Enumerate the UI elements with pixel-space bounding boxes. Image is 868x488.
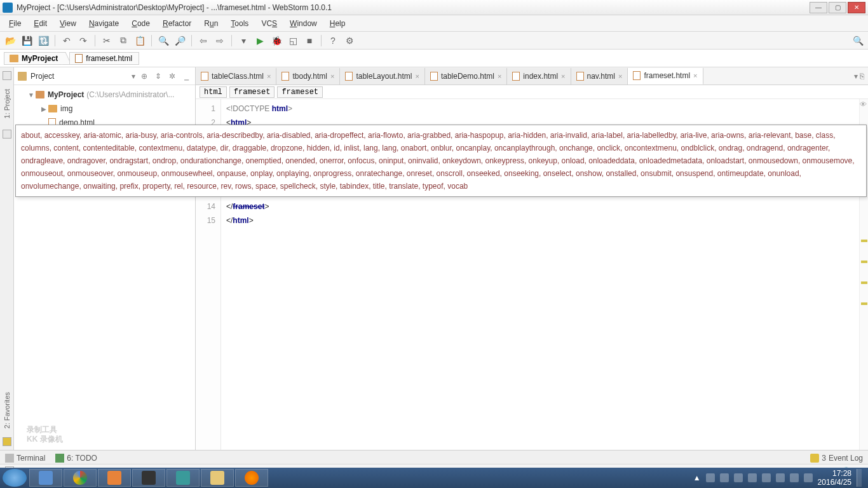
- run-config-button[interactable]: ▾: [237, 34, 250, 47]
- sync-button[interactable]: 🔃: [37, 34, 50, 47]
- breadcrumb-project[interactable]: MyProject: [4, 52, 64, 65]
- window-title: MyProject - [C:\Users\Administrator\Desk…: [17, 3, 810, 12]
- menu-help[interactable]: Help: [325, 17, 351, 30]
- forward-button[interactable]: ⇨: [214, 34, 226, 47]
- separator: [95, 35, 95, 46]
- separator: [231, 35, 232, 46]
- menu-run[interactable]: Run: [199, 17, 223, 30]
- open-button[interactable]: 📂: [4, 34, 17, 47]
- cut-button[interactable]: ✂: [100, 34, 113, 47]
- help-button[interactable]: ?: [327, 34, 339, 47]
- file-icon: [75, 54, 83, 63]
- separator: [55, 35, 55, 46]
- menu-edit[interactable]: Edit: [29, 17, 52, 30]
- search-everywhere-button[interactable]: 🔍: [851, 34, 864, 47]
- separator: [151, 35, 152, 46]
- menu-code[interactable]: Code: [126, 17, 155, 30]
- stop-button[interactable]: ■: [303, 34, 316, 47]
- menu-refactor[interactable]: Refactor: [158, 17, 196, 30]
- separator: [321, 35, 322, 46]
- window-titlebar: MyProject - [C:\Users\Administrator\Desk…: [0, 0, 868, 15]
- menu-vcs[interactable]: VCS: [256, 17, 282, 30]
- save-button[interactable]: 💾: [20, 34, 33, 47]
- menu-file[interactable]: File: [4, 17, 26, 30]
- menu-navigate[interactable]: Navigate: [84, 17, 124, 30]
- settings-button[interactable]: ⚙: [343, 34, 356, 47]
- paste-button[interactable]: 📋: [133, 34, 146, 47]
- copy-button[interactable]: ⧉: [117, 34, 130, 47]
- undo-button[interactable]: ↶: [60, 34, 73, 47]
- navigation-bar: MyProject frameset.html: [0, 50, 868, 67]
- debug-button[interactable]: 🐞: [270, 34, 283, 47]
- breadcrumb-file-label: frameset.html: [86, 54, 132, 63]
- close-button[interactable]: ✕: [848, 2, 865, 13]
- back-button[interactable]: ⇦: [197, 34, 210, 47]
- menu-bar: File Edit View Navigate Code Refactor Ru…: [0, 15, 868, 32]
- coverage-button[interactable]: ◱: [287, 34, 299, 47]
- redo-button[interactable]: ↷: [77, 34, 90, 47]
- run-button[interactable]: ▶: [254, 34, 266, 47]
- breadcrumb-project-label: MyProject: [22, 54, 58, 63]
- maximize-button[interactable]: ▢: [829, 2, 846, 13]
- webstorm-logo-icon: [3, 3, 13, 13]
- folder-icon: [10, 55, 18, 62]
- menu-window[interactable]: Window: [285, 17, 322, 30]
- menu-tools[interactable]: Tools: [226, 17, 254, 30]
- replace-button[interactable]: 🔎: [173, 34, 186, 47]
- main-toolbar: 📂 💾 🔃 ↶ ↷ ✂ ⧉ 📋 🔍 🔎 ⇦ ⇨ ▾ ▶ 🐞 ◱ ■ ? ⚙ 🔍: [0, 32, 868, 50]
- separator: [191, 35, 192, 46]
- menu-view[interactable]: View: [55, 17, 81, 30]
- minimize-button[interactable]: —: [810, 2, 827, 13]
- find-button[interactable]: 🔍: [157, 34, 170, 47]
- breadcrumb-file[interactable]: frameset.html: [69, 52, 139, 65]
